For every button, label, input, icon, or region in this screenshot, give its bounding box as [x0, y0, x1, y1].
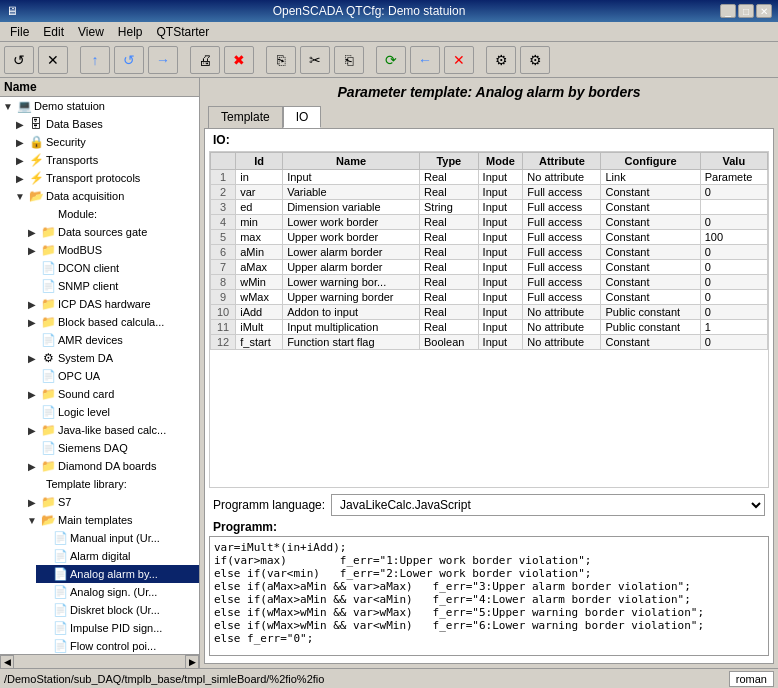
tree-item-snmp[interactable]: ▶ 📄 SNMP client: [24, 277, 199, 295]
tb-delete-btn[interactable]: ✖: [224, 46, 254, 74]
tb-reload-btn[interactable]: ↺: [4, 46, 34, 74]
table-row[interactable]: 8 wMin Lower warning bor... Real Input F…: [211, 275, 768, 290]
tree-item-analog-alarm[interactable]: ▶ 📄 Analog alarm by...: [36, 565, 199, 583]
tb-copy-btn[interactable]: ⎘: [266, 46, 296, 74]
tree-item-data-bases[interactable]: ▶ 🗄 Data Bases: [12, 115, 199, 133]
tb-settings-btn[interactable]: ⚙: [486, 46, 516, 74]
tree-item-transport-protocols[interactable]: ▶ ⚡ Transport protocols: [12, 169, 199, 187]
maximize-button[interactable]: □: [738, 4, 754, 18]
expand-data-acquisition[interactable]: ▼: [14, 190, 26, 202]
table-row[interactable]: 9 wMax Upper warning border Real Input F…: [211, 290, 768, 305]
expand-transports[interactable]: ▶: [14, 154, 26, 166]
menu-file[interactable]: File: [4, 24, 35, 40]
tb-cancel-btn[interactable]: ✕: [38, 46, 68, 74]
scroll-left-btn[interactable]: ◀: [0, 655, 14, 669]
tree-item-dcon[interactable]: ▶ 📄 DCON client: [24, 259, 199, 277]
expand-diamond[interactable]: ▶: [26, 460, 38, 472]
tree-item-demo-station[interactable]: ▼ 💻 Demo statuion: [0, 97, 199, 115]
expand-modbus[interactable]: ▶: [26, 244, 38, 256]
tree-item-block-based[interactable]: ▶ 📁 Block based calcula...: [24, 313, 199, 331]
tb-forward-btn[interactable]: →: [148, 46, 178, 74]
table-row[interactable]: 3 ed Dimension variable String Input Ful…: [211, 200, 768, 215]
tree-item-siemens[interactable]: ▶ 📄 Siemens DAQ: [24, 439, 199, 457]
tree-item-transports[interactable]: ▶ ⚡ Transports: [12, 151, 199, 169]
tree-container[interactable]: ▼ 💻 Demo statuion ▶ 🗄 Data Bases ▶ 🔒 Sec…: [0, 97, 199, 654]
table-row[interactable]: 10 iAdd Addon to input Real Input No att…: [211, 305, 768, 320]
tree-item-amr[interactable]: ▶ 📄 AMR devices: [24, 331, 199, 349]
tb-stop-btn[interactable]: ✕: [444, 46, 474, 74]
table-row[interactable]: 6 aMin Lower alarm border Real Input Ful…: [211, 245, 768, 260]
tree-item-flow-control[interactable]: ▶ 📄 Flow control poi...: [36, 637, 199, 654]
tree-item-modbus[interactable]: ▶ 📁 ModBUS: [24, 241, 199, 259]
tree-item-security[interactable]: ▶ 🔒 Security: [12, 133, 199, 151]
minimize-button[interactable]: _: [720, 4, 736, 18]
expand-s7[interactable]: ▶: [26, 496, 38, 508]
table-row[interactable]: 7 aMax Upper alarm border Real Input Ful…: [211, 260, 768, 275]
tree-item-java-like[interactable]: ▶ 📁 Java-like based calc...: [24, 421, 199, 439]
table-row[interactable]: 4 min Lower work border Real Input Full …: [211, 215, 768, 230]
menu-edit[interactable]: Edit: [37, 24, 70, 40]
tree-item-analog-sign[interactable]: ▶ 📄 Analog sign. (Ur...: [36, 583, 199, 601]
expand-transport-protocols[interactable]: ▶: [14, 172, 26, 184]
tree-item-data-acquisition[interactable]: ▼ 📂 Data acquisition: [12, 187, 199, 205]
menu-qtstarter[interactable]: QTStarter: [151, 24, 216, 40]
expand-sound-card[interactable]: ▶: [26, 388, 38, 400]
tree-item-sound-card[interactable]: ▶ 📁 Sound card: [24, 385, 199, 403]
expand-icp-das[interactable]: ▶: [26, 298, 38, 310]
tree-item-system-da[interactable]: ▶ ⚙ System DA: [24, 349, 199, 367]
tree-item-impulse-pid[interactable]: ▶ 📄 Impulse PID sign...: [36, 619, 199, 637]
tree-item-manual-input[interactable]: ▶ 📄 Manual input (Ur...: [36, 529, 199, 547]
tb-settings2-btn[interactable]: ⚙: [520, 46, 550, 74]
expand-java-like[interactable]: ▶: [26, 424, 38, 436]
label-transport-protocols: Transport protocols: [46, 172, 140, 184]
tb-back-btn[interactable]: ↺: [114, 46, 144, 74]
expand-main-templates[interactable]: ▼: [26, 514, 38, 526]
col-header-attribute: Attribute: [523, 153, 601, 170]
tree-item-alarm-digital[interactable]: ▶ 📄 Alarm digital: [36, 547, 199, 565]
scroll-right-btn[interactable]: ▶: [185, 655, 199, 669]
tb-undo-btn[interactable]: ←: [410, 46, 440, 74]
table-row[interactable]: 12 f_start Function start flag Boolean I…: [211, 335, 768, 350]
tree-item-diskret-block[interactable]: ▶ 📄 Diskret block (Ur...: [36, 601, 199, 619]
expand-data-sources[interactable]: ▶: [26, 226, 38, 238]
io-table-area[interactable]: Id Name Type Mode Attribute Configure Va…: [209, 151, 769, 488]
left-hscroll[interactable]: ◀ ▶: [0, 654, 199, 668]
tb-refresh-btn[interactable]: ⟳: [376, 46, 406, 74]
table-row[interactable]: 11 iMult Input multiplication Real Input…: [211, 320, 768, 335]
expand-data-bases[interactable]: ▶: [14, 118, 26, 130]
menu-view[interactable]: View: [72, 24, 110, 40]
tree-item-logic-level[interactable]: ▶ 📄 Logic level: [24, 403, 199, 421]
tree-item-main-templates[interactable]: ▼ 📂 Main templates: [24, 511, 199, 529]
expand-security[interactable]: ▶: [14, 136, 26, 148]
close-button[interactable]: ✕: [756, 4, 772, 18]
tree-item-icp-das[interactable]: ▶ 📁 ICP DAS hardware: [24, 295, 199, 313]
expand-block-based[interactable]: ▶: [26, 316, 38, 328]
tb-paste-btn[interactable]: ⎗: [334, 46, 364, 74]
expand-system-da[interactable]: ▶: [26, 352, 38, 364]
row-configure: Constant: [601, 260, 700, 275]
io-table: Id Name Type Mode Attribute Configure Va…: [210, 152, 768, 350]
tab-io[interactable]: IO: [283, 106, 322, 128]
row-type: Real: [420, 260, 479, 275]
row-attribute: Full access: [523, 185, 601, 200]
label-flow-control: Flow control poi...: [70, 640, 156, 652]
tab-template[interactable]: Template: [208, 106, 283, 128]
row-name: Input: [283, 170, 420, 185]
table-row[interactable]: 2 var Variable Real Input Full access Co…: [211, 185, 768, 200]
tree-item-diamond[interactable]: ▶ 📁 Diamond DA boards: [24, 457, 199, 475]
table-row[interactable]: 1 in Input Real Input No attribute Link …: [211, 170, 768, 185]
prog-lang-select[interactable]: JavaLikeCalc.JavaScript: [331, 494, 765, 516]
row-num: 2: [211, 185, 236, 200]
menu-help[interactable]: Help: [112, 24, 149, 40]
expand-demo-station[interactable]: ▼: [2, 100, 14, 112]
window-controls[interactable]: _ □ ✕: [720, 4, 772, 18]
tb-cut-btn[interactable]: ✂: [300, 46, 330, 74]
tree-item-opc-ua[interactable]: ▶ 📄 OPC UA: [24, 367, 199, 385]
tree-item-s7[interactable]: ▶ 📁 S7: [24, 493, 199, 511]
tb-up-btn[interactable]: ↑: [80, 46, 110, 74]
tree-item-data-sources-gate[interactable]: ▶ 📁 Data sources gate: [24, 223, 199, 241]
tree-root: ▼ 💻 Demo statuion ▶ 🗄 Data Bases ▶ 🔒 Sec…: [0, 97, 199, 654]
prog-textarea[interactable]: [209, 536, 769, 656]
table-row[interactable]: 5 max Upper work border Real Input Full …: [211, 230, 768, 245]
tb-print-btn[interactable]: 🖨: [190, 46, 220, 74]
